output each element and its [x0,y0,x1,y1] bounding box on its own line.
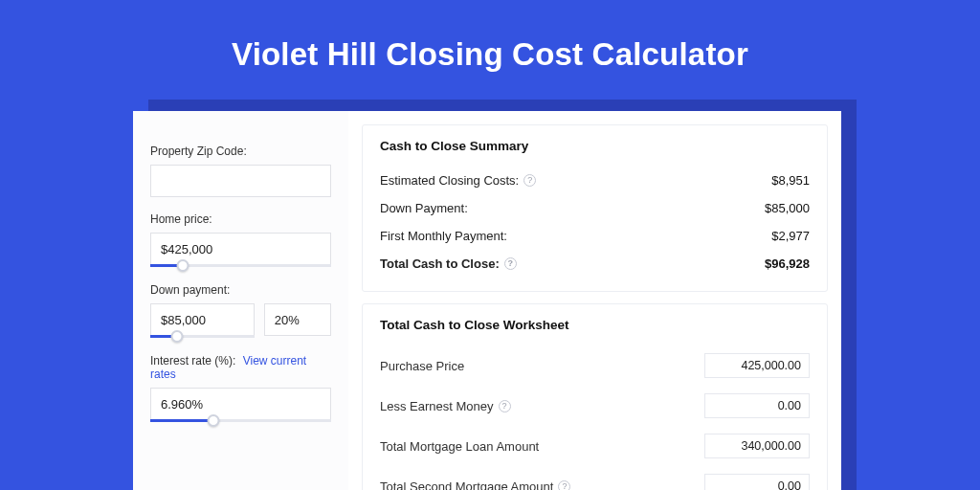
page-title: Violet Hill Closing Cost Calculator [0,0,980,73]
interest-label: Interest rate (%): [150,354,235,368]
calculator-card: Property Zip Code: Home price: Down paym… [133,111,841,490]
worksheet-row: Total Second Mortgage Amount ? [380,466,810,490]
results-panel: Cash to Close Summary Estimated Closing … [348,111,841,490]
worksheet-row-label: Total Mortgage Loan Amount [380,439,539,454]
inputs-panel: Property Zip Code: Home price: Down paym… [133,111,348,490]
help-icon[interactable]: ? [504,257,517,270]
zip-input[interactable] [150,165,331,197]
summary-row: Estimated Closing Costs: ? $8,951 [380,167,810,194]
worksheet-row: Total Mortgage Loan Amount [380,426,810,466]
home-price-slider[interactable] [150,264,331,268]
down-payment-pct-input[interactable] [264,303,331,336]
home-price-input[interactable] [150,233,331,265]
worksheet-input[interactable] [704,393,810,418]
help-icon[interactable]: ? [523,174,536,187]
worksheet-heading: Total Cash to Close Worksheet [380,318,810,332]
summary-row-value: $8,951 [771,173,810,188]
down-payment-label: Down payment: [150,283,331,297]
summary-row-label: Estimated Closing Costs: [380,173,519,188]
worksheet-row: Less Earnest Money ? [380,386,810,426]
interest-group: Interest rate (%): View current rates [150,354,331,423]
interest-label-row: Interest rate (%): View current rates [150,354,331,381]
down-payment-slider[interactable] [150,335,255,339]
worksheet-row-label: Total Second Mortgage Amount [380,479,553,491]
worksheet-row-label: Less Earnest Money [380,399,494,413]
worksheet-input[interactable] [704,353,810,378]
worksheet-input[interactable] [704,434,810,458]
zip-group: Property Zip Code: [150,145,331,197]
summary-row-label: Down Payment: [380,201,468,215]
worksheet-box: Total Cash to Close Worksheet Purchase P… [362,303,828,490]
summary-box: Cash to Close Summary Estimated Closing … [362,124,828,292]
summary-row-label: First Monthly Payment: [380,229,507,243]
home-price-label: Home price: [150,212,331,226]
home-price-group: Home price: [150,212,331,268]
help-icon[interactable]: ? [558,480,570,491]
worksheet-row: Purchase Price [380,345,810,386]
down-payment-input[interactable] [150,303,255,336]
summary-total-row: Total Cash to Close: ? $96,928 [380,250,810,278]
summary-row-value: $2,977 [771,229,810,243]
zip-label: Property Zip Code: [150,145,331,158]
summary-heading: Cash to Close Summary [380,139,810,153]
summary-total-label: Total Cash to Close: [380,256,500,271]
interest-slider[interactable] [150,419,331,423]
help-icon[interactable]: ? [499,400,511,412]
worksheet-input[interactable] [704,474,810,490]
summary-row-value: $85,000 [765,201,810,215]
summary-row: First Monthly Payment: $2,977 [380,222,810,250]
worksheet-row-label: Purchase Price [380,359,464,373]
down-payment-group: Down payment: [150,283,331,339]
summary-row: Down Payment: $85,000 [380,194,810,222]
interest-input[interactable] [150,388,331,420]
summary-total-value: $96,928 [765,256,810,271]
